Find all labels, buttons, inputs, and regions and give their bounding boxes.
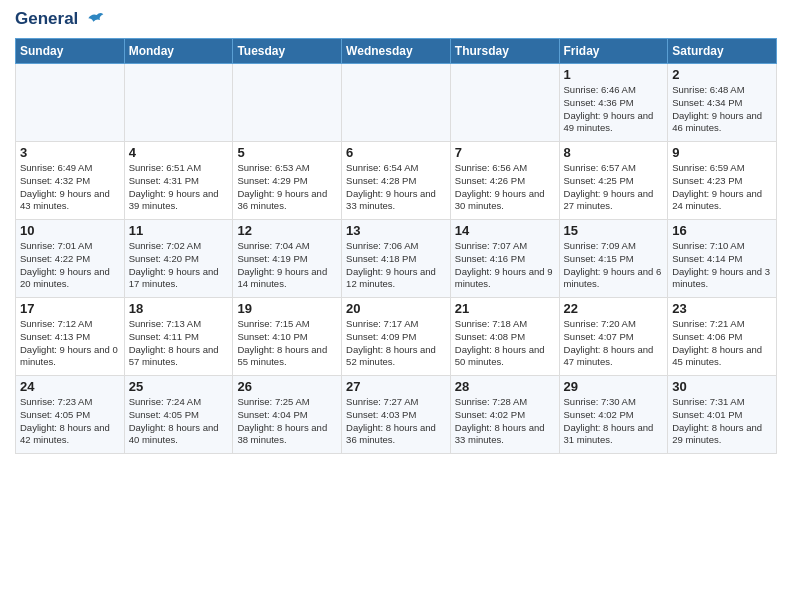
day-info: Sunrise: 7:17 AM Sunset: 4:09 PM Dayligh… bbox=[346, 318, 446, 369]
day-info: Sunrise: 7:01 AM Sunset: 4:22 PM Dayligh… bbox=[20, 240, 120, 291]
weekday-header-friday: Friday bbox=[559, 39, 668, 64]
calendar-cell: 6Sunrise: 6:54 AM Sunset: 4:28 PM Daylig… bbox=[342, 142, 451, 220]
day-number: 30 bbox=[672, 379, 772, 394]
logo-line1: General bbox=[15, 9, 78, 28]
day-info: Sunrise: 6:53 AM Sunset: 4:29 PM Dayligh… bbox=[237, 162, 337, 213]
day-number: 9 bbox=[672, 145, 772, 160]
day-info: Sunrise: 7:20 AM Sunset: 4:07 PM Dayligh… bbox=[564, 318, 664, 369]
day-info: Sunrise: 7:15 AM Sunset: 4:10 PM Dayligh… bbox=[237, 318, 337, 369]
day-number: 23 bbox=[672, 301, 772, 316]
calendar-cell bbox=[342, 64, 451, 142]
day-info: Sunrise: 7:23 AM Sunset: 4:05 PM Dayligh… bbox=[20, 396, 120, 447]
day-number: 10 bbox=[20, 223, 120, 238]
day-info: Sunrise: 7:30 AM Sunset: 4:02 PM Dayligh… bbox=[564, 396, 664, 447]
day-info: Sunrise: 7:13 AM Sunset: 4:11 PM Dayligh… bbox=[129, 318, 229, 369]
calendar-cell: 25Sunrise: 7:24 AM Sunset: 4:05 PM Dayli… bbox=[124, 376, 233, 454]
calendar-cell: 20Sunrise: 7:17 AM Sunset: 4:09 PM Dayli… bbox=[342, 298, 451, 376]
weekday-header-monday: Monday bbox=[124, 39, 233, 64]
calendar-cell: 4Sunrise: 6:51 AM Sunset: 4:31 PM Daylig… bbox=[124, 142, 233, 220]
calendar-cell: 17Sunrise: 7:12 AM Sunset: 4:13 PM Dayli… bbox=[16, 298, 125, 376]
day-number: 24 bbox=[20, 379, 120, 394]
calendar-cell: 5Sunrise: 6:53 AM Sunset: 4:29 PM Daylig… bbox=[233, 142, 342, 220]
calendar-week-row: 1Sunrise: 6:46 AM Sunset: 4:36 PM Daylig… bbox=[16, 64, 777, 142]
day-info: Sunrise: 7:12 AM Sunset: 4:13 PM Dayligh… bbox=[20, 318, 120, 369]
day-info: Sunrise: 7:27 AM Sunset: 4:03 PM Dayligh… bbox=[346, 396, 446, 447]
calendar-cell: 13Sunrise: 7:06 AM Sunset: 4:18 PM Dayli… bbox=[342, 220, 451, 298]
calendar-cell: 15Sunrise: 7:09 AM Sunset: 4:15 PM Dayli… bbox=[559, 220, 668, 298]
logo-bird-icon bbox=[85, 10, 105, 30]
calendar-cell: 27Sunrise: 7:27 AM Sunset: 4:03 PM Dayli… bbox=[342, 376, 451, 454]
day-info: Sunrise: 7:06 AM Sunset: 4:18 PM Dayligh… bbox=[346, 240, 446, 291]
day-number: 29 bbox=[564, 379, 664, 394]
calendar-table: SundayMondayTuesdayWednesdayThursdayFrid… bbox=[15, 38, 777, 454]
calendar-cell bbox=[450, 64, 559, 142]
calendar-cell: 21Sunrise: 7:18 AM Sunset: 4:08 PM Dayli… bbox=[450, 298, 559, 376]
day-info: Sunrise: 6:59 AM Sunset: 4:23 PM Dayligh… bbox=[672, 162, 772, 213]
calendar-cell: 8Sunrise: 6:57 AM Sunset: 4:25 PM Daylig… bbox=[559, 142, 668, 220]
logo: General bbox=[15, 10, 105, 30]
day-number: 26 bbox=[237, 379, 337, 394]
day-number: 12 bbox=[237, 223, 337, 238]
weekday-header-thursday: Thursday bbox=[450, 39, 559, 64]
calendar-cell: 18Sunrise: 7:13 AM Sunset: 4:11 PM Dayli… bbox=[124, 298, 233, 376]
day-info: Sunrise: 6:48 AM Sunset: 4:34 PM Dayligh… bbox=[672, 84, 772, 135]
day-info: Sunrise: 6:54 AM Sunset: 4:28 PM Dayligh… bbox=[346, 162, 446, 213]
calendar-cell: 28Sunrise: 7:28 AM Sunset: 4:02 PM Dayli… bbox=[450, 376, 559, 454]
day-info: Sunrise: 7:02 AM Sunset: 4:20 PM Dayligh… bbox=[129, 240, 229, 291]
weekday-header-tuesday: Tuesday bbox=[233, 39, 342, 64]
calendar-cell: 30Sunrise: 7:31 AM Sunset: 4:01 PM Dayli… bbox=[668, 376, 777, 454]
calendar-cell: 11Sunrise: 7:02 AM Sunset: 4:20 PM Dayli… bbox=[124, 220, 233, 298]
day-number: 16 bbox=[672, 223, 772, 238]
day-info: Sunrise: 7:04 AM Sunset: 4:19 PM Dayligh… bbox=[237, 240, 337, 291]
calendar-cell: 14Sunrise: 7:07 AM Sunset: 4:16 PM Dayli… bbox=[450, 220, 559, 298]
calendar-cell: 29Sunrise: 7:30 AM Sunset: 4:02 PM Dayli… bbox=[559, 376, 668, 454]
calendar-cell: 1Sunrise: 6:46 AM Sunset: 4:36 PM Daylig… bbox=[559, 64, 668, 142]
day-info: Sunrise: 7:07 AM Sunset: 4:16 PM Dayligh… bbox=[455, 240, 555, 291]
calendar-week-row: 3Sunrise: 6:49 AM Sunset: 4:32 PM Daylig… bbox=[16, 142, 777, 220]
calendar-week-row: 24Sunrise: 7:23 AM Sunset: 4:05 PM Dayli… bbox=[16, 376, 777, 454]
calendar-week-row: 17Sunrise: 7:12 AM Sunset: 4:13 PM Dayli… bbox=[16, 298, 777, 376]
day-number: 15 bbox=[564, 223, 664, 238]
day-number: 22 bbox=[564, 301, 664, 316]
day-number: 7 bbox=[455, 145, 555, 160]
day-number: 5 bbox=[237, 145, 337, 160]
day-number: 21 bbox=[455, 301, 555, 316]
calendar-cell: 26Sunrise: 7:25 AM Sunset: 4:04 PM Dayli… bbox=[233, 376, 342, 454]
day-number: 6 bbox=[346, 145, 446, 160]
calendar-cell: 2Sunrise: 6:48 AM Sunset: 4:34 PM Daylig… bbox=[668, 64, 777, 142]
calendar-cell: 3Sunrise: 6:49 AM Sunset: 4:32 PM Daylig… bbox=[16, 142, 125, 220]
day-info: Sunrise: 6:49 AM Sunset: 4:32 PM Dayligh… bbox=[20, 162, 120, 213]
day-number: 18 bbox=[129, 301, 229, 316]
day-info: Sunrise: 7:09 AM Sunset: 4:15 PM Dayligh… bbox=[564, 240, 664, 291]
day-info: Sunrise: 7:18 AM Sunset: 4:08 PM Dayligh… bbox=[455, 318, 555, 369]
day-number: 1 bbox=[564, 67, 664, 82]
day-info: Sunrise: 7:24 AM Sunset: 4:05 PM Dayligh… bbox=[129, 396, 229, 447]
day-number: 17 bbox=[20, 301, 120, 316]
day-info: Sunrise: 7:31 AM Sunset: 4:01 PM Dayligh… bbox=[672, 396, 772, 447]
day-number: 3 bbox=[20, 145, 120, 160]
calendar-cell: 19Sunrise: 7:15 AM Sunset: 4:10 PM Dayli… bbox=[233, 298, 342, 376]
weekday-header-saturday: Saturday bbox=[668, 39, 777, 64]
day-number: 19 bbox=[237, 301, 337, 316]
day-number: 25 bbox=[129, 379, 229, 394]
calendar-cell: 22Sunrise: 7:20 AM Sunset: 4:07 PM Dayli… bbox=[559, 298, 668, 376]
day-number: 20 bbox=[346, 301, 446, 316]
calendar-cell bbox=[16, 64, 125, 142]
page-header: General bbox=[15, 10, 777, 30]
day-number: 11 bbox=[129, 223, 229, 238]
day-number: 8 bbox=[564, 145, 664, 160]
day-info: Sunrise: 7:21 AM Sunset: 4:06 PM Dayligh… bbox=[672, 318, 772, 369]
day-info: Sunrise: 7:28 AM Sunset: 4:02 PM Dayligh… bbox=[455, 396, 555, 447]
day-number: 14 bbox=[455, 223, 555, 238]
calendar-week-row: 10Sunrise: 7:01 AM Sunset: 4:22 PM Dayli… bbox=[16, 220, 777, 298]
page-container: General SundayMondayTuesdayWednesdayThur… bbox=[0, 0, 792, 464]
weekday-header-sunday: Sunday bbox=[16, 39, 125, 64]
calendar-cell: 24Sunrise: 7:23 AM Sunset: 4:05 PM Dayli… bbox=[16, 376, 125, 454]
day-number: 27 bbox=[346, 379, 446, 394]
day-info: Sunrise: 6:56 AM Sunset: 4:26 PM Dayligh… bbox=[455, 162, 555, 213]
calendar-cell: 12Sunrise: 7:04 AM Sunset: 4:19 PM Dayli… bbox=[233, 220, 342, 298]
calendar-cell: 16Sunrise: 7:10 AM Sunset: 4:14 PM Dayli… bbox=[668, 220, 777, 298]
day-info: Sunrise: 6:51 AM Sunset: 4:31 PM Dayligh… bbox=[129, 162, 229, 213]
day-number: 4 bbox=[129, 145, 229, 160]
day-number: 28 bbox=[455, 379, 555, 394]
